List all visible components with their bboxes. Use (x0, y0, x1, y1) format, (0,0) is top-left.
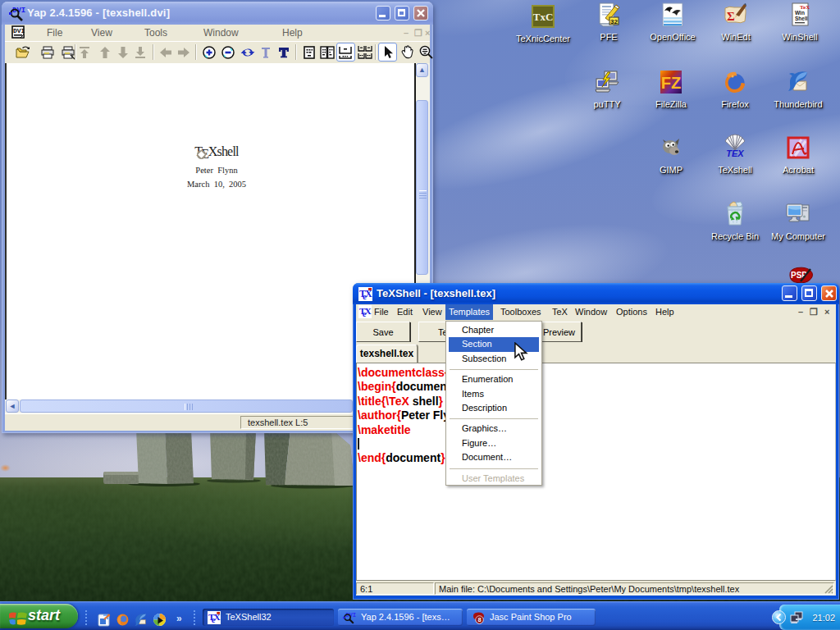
svg-text:TEX: TEX (726, 148, 744, 158)
svg-text:TxC: TxC (533, 11, 554, 23)
svg-text:DVI: DVI (13, 27, 25, 34)
svg-text:Σ: Σ (727, 10, 735, 23)
svg-text:8: 8 (477, 616, 481, 623)
svg-text:FZ: FZ (661, 74, 681, 92)
svg-text:Win: Win (795, 10, 805, 16)
svg-text:Shell: Shell (795, 16, 808, 21)
svg-text:X: X (365, 306, 372, 316)
svg-text:32: 32 (610, 18, 618, 25)
